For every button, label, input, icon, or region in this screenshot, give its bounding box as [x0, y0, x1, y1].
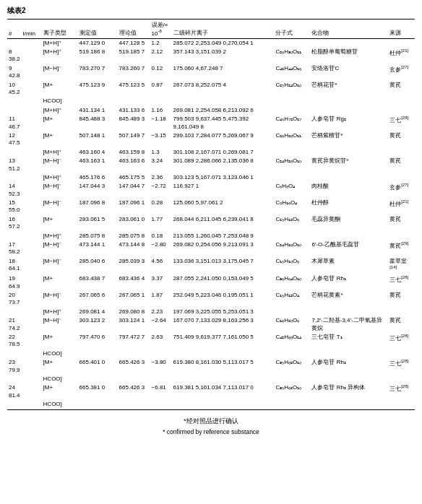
cell-meas: 431.134 1 — [78, 106, 118, 115]
cell-theo — [118, 400, 150, 409]
cell-rt — [22, 383, 42, 400]
cell-mol: C₁₆H₂₀O₆ — [274, 316, 310, 333]
cell-mol: C₁₅H₁₂O₄ — [274, 291, 310, 308]
cell-meas: 463.163 1 — [78, 157, 118, 173]
cell-cmpd: 芒柄花苷* — [310, 81, 388, 97]
cell-ion: HCOO] — [42, 375, 78, 383]
cell-mol: C₂₄H₂₈O₁₀ — [274, 157, 310, 173]
cell-frag: 167.070 7,133.029 8,163.256 3 — [172, 316, 275, 333]
cell-mol — [274, 375, 310, 383]
cell-cmpd — [310, 232, 388, 240]
cell-num: 23 79.9 — [7, 358, 22, 375]
cell-num: 19 64.9 — [7, 274, 22, 291]
table-row: 24 81.4[M+665.381 0665.426 3−6.81619.381… — [7, 383, 415, 400]
table-title: 续表2 — [7, 6, 415, 16]
table-row: 17 58.2[M−H]⁻473.144 1473.144 8−2.80269.… — [7, 240, 415, 257]
table-row: HCOO] — [7, 375, 415, 383]
col-header-theo: 理论值 — [118, 19, 150, 39]
cell-mol — [274, 106, 310, 115]
table-row: HCOO] — [7, 97, 415, 105]
cell-src: 黄芪 — [388, 81, 415, 97]
cell-ppm: −2.80 — [150, 240, 172, 257]
cell-frag: 213.055 1,260.045 7,253.048 9 — [172, 232, 275, 240]
cell-theo: 519.185 7 — [118, 48, 150, 64]
cell-frag: 751.409 9,619.377 7,161.050 5 — [172, 333, 275, 349]
cell-src: 三七[28] — [388, 383, 415, 400]
cell-ion: HCOO] — [42, 97, 78, 105]
footnote-area: *经对照品进行确认 * confirmed by reference subst… — [7, 417, 415, 435]
cell-ppm: 3.24 — [150, 157, 172, 173]
cell-mol — [274, 232, 310, 240]
cell-num: 16 57.2 — [7, 215, 22, 232]
cell-rt — [22, 400, 42, 409]
cell-frag — [172, 400, 275, 409]
cell-src — [388, 38, 415, 48]
cell-rt — [22, 173, 42, 182]
cell-num: 10 45.2 — [7, 81, 22, 97]
cell-cmpd: 木犀草素 — [310, 257, 388, 274]
cell-theo: 285.075 8 — [118, 232, 150, 240]
col-header-cmpd: 化合物 — [310, 19, 388, 39]
cell-mol — [274, 349, 310, 358]
col-header-meas: 测定值 — [78, 19, 118, 39]
cell-ion: [M−H]⁻ — [42, 316, 78, 333]
cell-src: 黄芪 — [388, 316, 415, 333]
table-row: 9 42.8[M−H]⁻783.270 7783.260 70.12175.06… — [7, 64, 415, 81]
cell-src: 黄芪 — [388, 157, 415, 173]
cell-ppm: 0.87 — [150, 81, 172, 97]
cell-cmpd: 芒柄紫檀苷* — [310, 131, 388, 148]
cell-src: 玄参[27] — [388, 182, 415, 199]
cell-src: 三七[28] — [388, 274, 415, 291]
cell-frag: 303.123 5,167.071 3,123.046 1 — [172, 173, 275, 182]
table-row: 16 57.2[M+283.061 5283.061 01.77268.044 … — [7, 215, 415, 232]
table-row: HCOO] — [7, 400, 415, 409]
cell-cmpd: 芒柄花黄素* — [310, 291, 388, 308]
cell-cmpd: 安络洛苷C — [310, 64, 388, 81]
cell-mol — [274, 173, 310, 182]
cell-theo — [118, 349, 150, 358]
cell-theo: 283.061 0 — [118, 215, 150, 232]
cell-meas: 447.129 0 — [78, 38, 118, 48]
cell-ion: [M−H]⁻ — [42, 240, 78, 257]
cell-rt — [22, 38, 42, 48]
cell-rt — [22, 358, 42, 375]
cell-num: 9 42.8 — [7, 64, 22, 81]
footnote2: * confirmed by reference substance — [7, 428, 415, 435]
col-header-src: 来源 — [388, 19, 415, 39]
cell-ppm: 2.23 — [150, 308, 172, 316]
cell-src: 藿草堂[14] — [388, 257, 415, 274]
cell-rt — [22, 199, 42, 215]
footnote1: *经对照品进行确认 — [7, 417, 415, 426]
cell-ion: [M+ — [42, 383, 78, 400]
cell-rt — [22, 375, 42, 383]
cell-meas: 797.470 6 — [78, 333, 118, 349]
cell-src — [388, 173, 415, 182]
cell-theo: 665.426 3 — [118, 358, 150, 375]
cell-src — [388, 148, 415, 157]
cell-meas: 283.061 5 — [78, 215, 118, 232]
table-row: 22 78.5[M+797.470 6797.472 72.63751.409 … — [7, 333, 415, 349]
col-header-ppm: 误差/×10-6 — [150, 19, 172, 39]
cell-cmpd — [310, 38, 388, 48]
col-header-ion: 离子类型 — [42, 19, 78, 39]
cell-ion: [M+H]⁺ — [42, 232, 78, 240]
cell-rt — [22, 115, 42, 131]
cell-ion: [M−H]⁻ — [42, 157, 78, 173]
cell-rt — [22, 97, 42, 105]
cell-src: 三七[28] — [388, 358, 415, 375]
cell-rt — [22, 240, 42, 257]
cell-theo: 187.096 1 — [118, 199, 150, 215]
cell-rt — [22, 274, 42, 291]
cell-frag: 799.503 9,637.445 5,475.392 9,161.049 8 — [172, 115, 275, 131]
cell-theo: 463.163 6 — [118, 157, 150, 173]
cell-cmpd — [310, 97, 388, 105]
table-row: 18 64.1[M−H]⁻285.040 6285.039 34.56133.0… — [7, 257, 415, 274]
cell-ion: [M+ — [42, 131, 78, 148]
cell-frag: 197.069 3,225.055 5,253.051 3 — [172, 308, 275, 316]
cell-src: 玄参[27] — [388, 64, 415, 81]
cell-src: 黄芪 — [388, 131, 415, 148]
cell-mol: C₃₆H₆₄O₁₀ — [274, 274, 310, 291]
cell-mol: C₁₅H₁₂O₆ — [274, 215, 310, 232]
cell-ppm — [150, 400, 172, 409]
table-row: 23 79.9[M+665.401 0665.426 3−3.80619.380… — [7, 358, 415, 375]
